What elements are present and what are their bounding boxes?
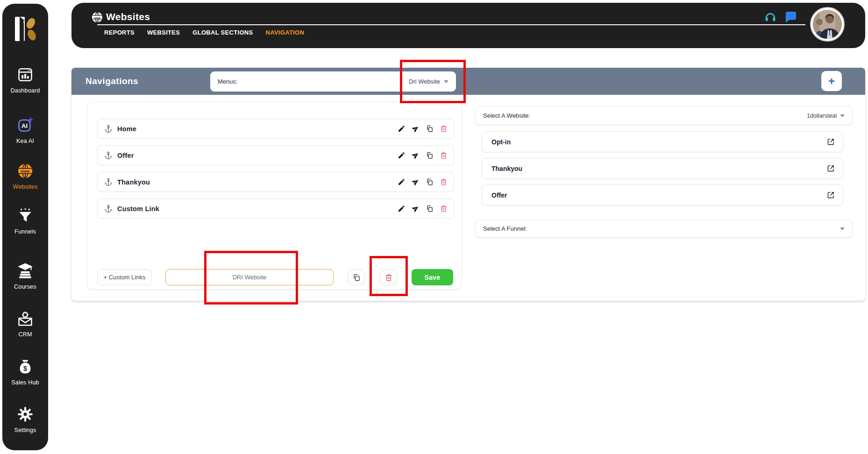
sidebar-item-label: Sales Hub [11,379,39,386]
select-funnel-dropdown[interactable]: Select A Funnel: [475,220,853,238]
page-row: Thankyou [482,158,843,179]
menu-item-label: Offer [117,152,134,159]
globe-www-icon: www [16,162,35,180]
tab-navigation[interactable]: NAVIGATION [265,29,304,36]
external-link-icon[interactable] [827,138,835,146]
sidebar-item-kea-ai[interactable]: AI Kea AI [2,116,48,144]
selected-menu-text: Dri Website [409,78,440,85]
copy-icon[interactable] [426,205,434,213]
funnel-icon [16,206,35,225]
sidebar-item-settings[interactable]: Settings [2,405,48,433]
copy-menu-button[interactable] [348,269,365,285]
selected-website-value[interactable]: 1dollarsteal [807,113,845,119]
kea-logo[interactable] [2,15,48,43]
sidebar-item-dashboard[interactable]: Dashboard [2,65,48,94]
dashboard-icon [16,65,35,84]
kea-logo-icon [12,15,39,43]
send-icon[interactable] [412,151,420,159]
page-label: Opt-in [491,138,511,146]
selected-website-text: 1dollarsteal [807,113,837,119]
navigation-panel: Navigations Menus: Dri Website + [71,68,865,301]
page-label: Thankyou [491,165,522,172]
menu-item-row[interactable]: Offer [97,145,454,165]
chevron-down-icon [840,114,845,117]
add-menu-button[interactable]: + [821,71,842,91]
menus-select[interactable]: Menus: Dri Website [210,71,456,92]
sidebar: Dashboard AI Kea AI [2,4,48,450]
page-row: Offer [482,184,843,206]
delete-menu-button[interactable] [380,269,397,285]
row-actions [398,205,448,213]
trash-icon[interactable] [440,178,448,186]
sidebar-item-websites[interactable]: www Websites [2,162,48,190]
headphones-icon[interactable] [764,10,777,23]
menu-item-row[interactable]: Custom Link [97,199,454,219]
edit-icon[interactable] [398,151,406,159]
svg-text:www: www [21,169,30,173]
svg-text:AI: AI [21,122,28,129]
sidebar-item-label: Websites [13,184,38,190]
anchor-icon [104,204,113,213]
navigations-toolbar: Navigations Menus: Dri Website + [71,68,865,95]
globe-www-icon: www [91,11,104,24]
page-row: Opt-in [482,131,843,152]
page-label: Offer [491,192,507,199]
send-icon[interactable] [412,125,420,133]
external-link-icon[interactable] [827,164,835,172]
sidebar-item-label: Courses [14,284,36,290]
tab-global-sections[interactable]: GLOBAL SECTIONS [192,29,253,36]
send-icon[interactable] [412,205,420,213]
sidebar-item-crm[interactable]: CRM [2,309,48,338]
header-tabs: REPORTS WEBSITES GLOBAL SECTIONS NAVIGAT… [104,29,304,36]
sidebar-item-sales-hub[interactable]: $ Sales Hub [2,357,48,386]
sidebar-item-label: Settings [14,427,36,433]
edit-icon[interactable] [398,178,406,186]
sidebar-item-funnels[interactable]: Funnels [2,206,48,235]
svg-text:www: www [93,16,100,19]
row-actions [398,178,448,186]
header-divider [97,24,805,25]
copy-icon[interactable] [426,151,434,159]
row-actions [398,151,448,159]
courses-icon [16,262,35,280]
selected-funnel-value[interactable] [840,227,845,230]
row-actions [398,125,448,133]
select-funnel-label: Select A Funnel: [483,225,527,232]
add-custom-links-button[interactable]: + Custom Links [97,269,152,285]
save-button[interactable]: Save [412,269,453,285]
edit-icon[interactable] [398,205,406,213]
external-link-icon[interactable] [827,191,835,199]
send-icon[interactable] [412,178,420,186]
tab-reports[interactable]: REPORTS [104,29,135,36]
tab-websites[interactable]: WEBSITES [147,29,180,36]
sidebar-item-label: CRM [18,331,32,338]
edit-icon[interactable] [398,125,406,133]
copy-icon[interactable] [426,178,434,186]
sales-hub-icon: $ [16,357,35,376]
chevron-down-icon [840,227,845,230]
select-website-dropdown[interactable]: Select A Website: 1dollarsteal [475,106,853,125]
anchor-icon [104,124,113,134]
sidebar-item-label: Funnels [14,228,36,235]
app-header: www Websites REPORTS WEBSITES GLOBAL SEC… [71,3,865,48]
settings-icon [16,405,35,424]
sidebar-item-courses[interactable]: Courses [2,262,48,290]
trash-icon[interactable] [440,205,448,213]
screen: Dashboard AI Kea AI [0,0,868,454]
trash-icon[interactable] [440,151,448,159]
anchor-icon [104,177,113,187]
chat-icon[interactable] [784,10,797,23]
copy-icon[interactable] [426,125,434,133]
menu-item-row[interactable]: Thankyou [97,172,454,192]
anchor-icon [104,151,113,160]
avatar[interactable] [810,7,845,42]
menu-item-label: Home [117,125,136,133]
menu-item-label: Custom Link [117,205,159,213]
svg-text:$: $ [23,365,27,372]
menus-dropdown-value[interactable]: Dri Website [409,78,448,85]
menus-label: Menus: [218,78,238,85]
menu-item-row[interactable]: Home [97,119,454,139]
page-title: Websites [106,11,150,22]
trash-icon[interactable] [440,125,448,133]
menu-name-input[interactable] [165,269,334,285]
